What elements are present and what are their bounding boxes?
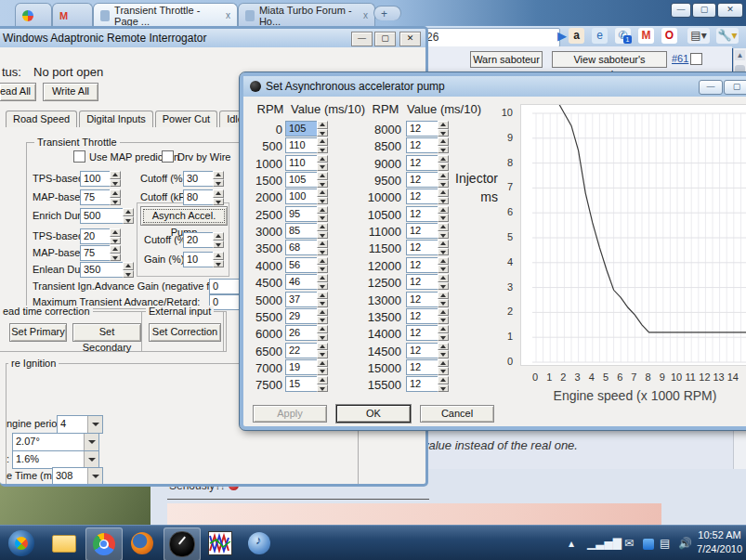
spin-up-icon[interactable] xyxy=(438,223,449,231)
spin-down-icon[interactable] xyxy=(317,231,328,240)
field-spinner[interactable]: 20 xyxy=(80,228,121,244)
pump-value-spinner[interactable]: 56 xyxy=(285,257,328,273)
wrench-menu-icon[interactable]: 🔧▾ xyxy=(716,28,739,44)
spin-up-icon[interactable] xyxy=(438,257,449,266)
pinned-tab-google[interactable] xyxy=(15,3,52,27)
write-all-button[interactable]: Write All xyxy=(43,83,98,101)
spin-down-icon[interactable] xyxy=(438,214,449,222)
spin-down-icon[interactable] xyxy=(317,316,328,324)
spin-down-icon[interactable] xyxy=(317,248,328,256)
spin-down-icon[interactable] xyxy=(317,350,328,358)
spinner-arrows[interactable] xyxy=(317,292,328,307)
spin-down-icon[interactable] xyxy=(438,163,449,171)
pump-value-spinner[interactable]: 95 xyxy=(285,206,328,222)
pump-value-spinner[interactable]: 29 xyxy=(285,308,328,324)
pump-value-spinner[interactable]: 12 xyxy=(406,240,449,255)
chevron-down-icon[interactable] xyxy=(84,434,98,450)
spinner-arrows[interactable] xyxy=(438,376,449,392)
threshold-spinner[interactable]: 0 xyxy=(64,486,101,487)
spin-down-icon[interactable] xyxy=(438,282,449,291)
browser-minimize-button[interactable]: — xyxy=(671,3,691,18)
set-primary-button[interactable]: Set Primary xyxy=(9,323,67,342)
minimize-button[interactable]: — xyxy=(351,32,373,46)
amazon-icon[interactable]: a xyxy=(569,28,584,44)
spin-down-icon[interactable] xyxy=(317,299,328,307)
spin-down-icon[interactable] xyxy=(317,333,328,342)
spin-down-icon[interactable] xyxy=(438,197,449,205)
spin-up-icon[interactable] xyxy=(438,343,449,351)
spin-down-icon[interactable] xyxy=(438,248,449,256)
spinner-arrows[interactable] xyxy=(438,172,449,188)
volume-icon[interactable]: 🔊 xyxy=(678,537,692,550)
field-spinner[interactable]: 350 xyxy=(80,262,134,278)
pump-value-spinner[interactable]: 37 xyxy=(285,292,328,307)
ok-button[interactable]: OK xyxy=(336,405,411,423)
spin-up-icon[interactable] xyxy=(110,189,121,198)
spin-down-icon[interactable] xyxy=(438,367,449,375)
page-menu-icon[interactable]: ▤▾ xyxy=(687,28,710,44)
spin-down-icon[interactable] xyxy=(317,384,328,393)
view-warnings-button[interactable]: View saboteur's warnings xyxy=(552,51,667,68)
spinner-arrows[interactable] xyxy=(317,172,328,188)
field-spinner[interactable]: 75 xyxy=(80,245,121,261)
spin-up-icon[interactable] xyxy=(317,155,328,163)
drv-by-wire-checkbox[interactable]: Drv by Wire xyxy=(162,150,230,163)
start-button[interactable] xyxy=(4,527,39,559)
taskbar-clock[interactable]: 10:52 AM 7/24/2010 xyxy=(697,528,742,556)
pump-value-spinner[interactable]: 12 xyxy=(406,172,449,188)
spinner-arrows[interactable] xyxy=(317,189,328,204)
asynch-accel-pump-button[interactable]: Asynch Accel. Pump xyxy=(140,206,228,226)
spin-up-icon[interactable] xyxy=(317,274,328,282)
spinner-arrows[interactable] xyxy=(110,171,121,187)
spinner-arrows[interactable] xyxy=(317,121,328,137)
spinner-arrows[interactable] xyxy=(317,155,328,171)
taskbar-explorer[interactable] xyxy=(46,527,82,559)
pump-value-spinner[interactable]: 12 xyxy=(406,376,449,392)
spin-down-icon[interactable] xyxy=(438,180,449,189)
spin-down-icon[interactable] xyxy=(317,197,328,205)
close-button[interactable]: ✕ xyxy=(399,32,421,46)
spin-up-icon[interactable] xyxy=(438,325,449,333)
spin-down-icon[interactable] xyxy=(438,316,449,324)
spin-up-icon[interactable] xyxy=(317,343,328,351)
tab-power-cut[interactable]: Power Cut xyxy=(155,111,217,127)
spin-down-icon[interactable] xyxy=(438,129,449,137)
spinner-arrows[interactable] xyxy=(438,137,449,153)
gmail-icon[interactable]: M xyxy=(638,28,654,44)
tab-close-icon[interactable]: x xyxy=(363,10,368,20)
set-secondary-button[interactable]: Set Secondary xyxy=(72,323,141,342)
mail-icon[interactable]: ✉ xyxy=(624,537,634,550)
spinner-arrows[interactable] xyxy=(438,223,449,239)
spin-up-icon[interactable] xyxy=(438,155,449,163)
spin-down-icon[interactable] xyxy=(110,237,121,245)
spin-up-icon[interactable] xyxy=(438,376,449,384)
taskbar-itunes[interactable]: ♪ xyxy=(242,527,277,559)
dropbox-icon[interactable] xyxy=(643,539,654,550)
pump-value-spinner[interactable]: 19 xyxy=(285,359,328,375)
spinner-arrows[interactable] xyxy=(317,223,328,239)
pump-value-spinner[interactable]: 12 xyxy=(406,325,449,341)
field-spinner[interactable]: 100 xyxy=(80,171,121,187)
pump-value-spinner[interactable]: 12 xyxy=(406,121,449,137)
spin-up-icon[interactable] xyxy=(438,172,449,180)
spin-down-icon[interactable] xyxy=(213,179,224,188)
spinner-arrows[interactable] xyxy=(317,137,328,153)
spin-up-icon[interactable] xyxy=(438,240,449,248)
spin-up-icon[interactable] xyxy=(317,308,328,317)
go-arrow-icon[interactable]: ▶ xyxy=(557,29,567,43)
pump-value-spinner[interactable]: 12 xyxy=(406,137,449,153)
spinner-arrows[interactable] xyxy=(317,359,328,375)
spin-up-icon[interactable] xyxy=(213,171,224,179)
spinner-arrows[interactable] xyxy=(90,486,101,487)
spin-up-icon[interactable] xyxy=(317,137,328,146)
phone-icon[interactable]: ✆1 xyxy=(615,28,631,44)
spinner-arrows[interactable] xyxy=(438,292,449,307)
spin-up-icon[interactable] xyxy=(438,292,449,300)
pump-value-spinner[interactable]: 68 xyxy=(285,240,328,255)
network-signal-icon[interactable]: ▁▃▅▇ xyxy=(587,537,622,550)
ie-icon[interactable]: e xyxy=(592,28,608,44)
spinner-arrows[interactable] xyxy=(317,240,328,255)
pump-value-spinner[interactable]: 12 xyxy=(406,223,449,239)
spin-down-icon[interactable] xyxy=(317,163,328,171)
pump-value-spinner[interactable]: 12 xyxy=(406,206,449,222)
